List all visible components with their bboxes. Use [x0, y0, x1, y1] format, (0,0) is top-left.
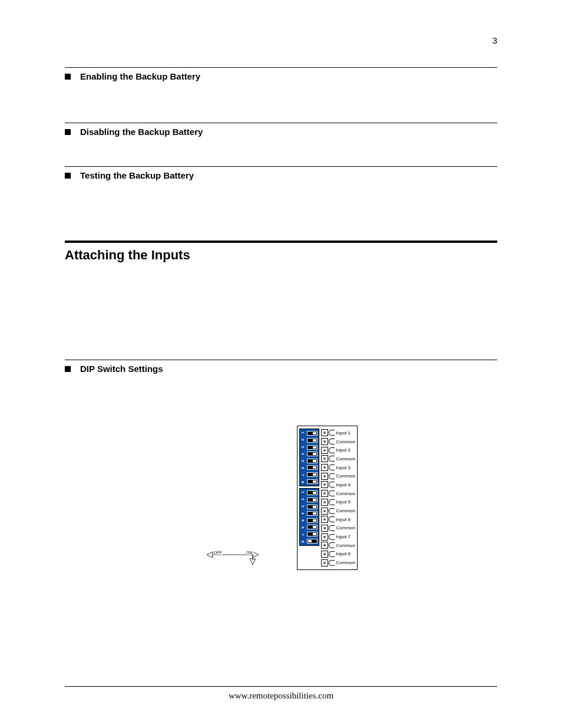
terminal-row: Common [321, 541, 355, 550]
square-bullet-icon [65, 173, 71, 179]
off-label: OFF [213, 551, 223, 555]
terminal-row: Input 4 [321, 480, 355, 489]
page-number: 3 [492, 35, 497, 45]
terminal-row: Input 2 [321, 446, 355, 454]
page-content: Enabling the Backup Battery Disabling th… [0, 0, 562, 570]
on-label: ON [246, 551, 253, 555]
square-bullet-icon [65, 74, 71, 80]
section-testing-backup-battery: Testing the Backup Battery [65, 166, 497, 180]
terminal-row: Common [321, 472, 355, 480]
section-label: Enabling the Backup Battery [80, 71, 200, 81]
dip-switch-column: 1 2 3 4 5 6 7 8 [299, 429, 319, 567]
section-dip-switch-settings: DIP Switch Settings [65, 360, 497, 374]
terminal-row: Input 6 [321, 515, 355, 524]
terminal-row: Input 7 [321, 532, 355, 541]
terminal-row: Input 8 [321, 550, 355, 559]
dip-block-bottom: 1 2 3 4 5 6 7 8 [299, 488, 319, 546]
terminal-row: Input 1 [321, 429, 355, 437]
dip-numbers-bottom: 1 2 3 4 5 6 7 8 [300, 489, 306, 545]
square-bullet-icon [65, 366, 71, 372]
terminal-row: Common [321, 454, 355, 463]
arrow-icon [204, 546, 261, 564]
terminal-row: Common [321, 506, 355, 515]
section-enabling-backup-battery: Enabling the Backup Battery [65, 67, 497, 81]
component-box: 1 2 3 4 5 6 7 8 [297, 426, 358, 570]
off-on-arrow: OFF ON [204, 546, 261, 564]
terminal-row: Common [321, 524, 355, 533]
heading-attaching-inputs: Attaching the Inputs [65, 243, 497, 263]
section-label: Disabling the Backup Battery [80, 127, 203, 137]
dip-numbers-top: 1 2 3 4 5 6 7 8 [300, 429, 306, 486]
footer-url: www.remotepossibilities.com [0, 691, 562, 701]
terminal-row: Common [321, 489, 355, 498]
terminal-row: Common [321, 437, 355, 446]
square-bullet-icon [65, 129, 71, 135]
terminal-column: Input 1 Common Input 2 Common Input 3 Co… [321, 429, 355, 567]
section-disabling-backup-battery: Disabling the Backup Battery [65, 123, 497, 137]
terminal-row: Input 3 [321, 463, 355, 472]
terminal-row: Common [321, 558, 355, 567]
terminal-row: Input 5 [321, 498, 355, 507]
dip-switch-figure: OFF ON 1 2 3 4 5 6 7 8 [204, 426, 358, 570]
footer-divider [65, 686, 497, 687]
dip-block-top: 1 2 3 4 5 6 7 8 [299, 429, 319, 486]
section-label: DIP Switch Settings [80, 364, 163, 374]
section-label: Testing the Backup Battery [80, 170, 194, 180]
